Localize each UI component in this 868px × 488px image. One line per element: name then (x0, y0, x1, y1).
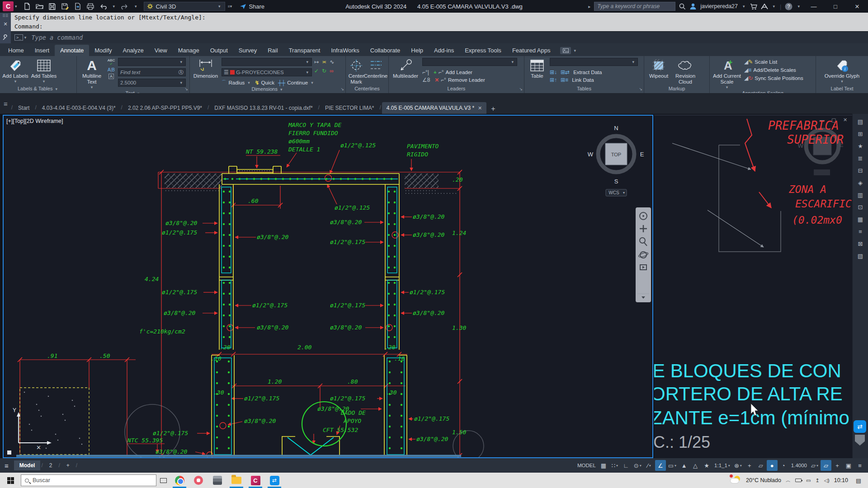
battery-icon[interactable] (795, 479, 802, 482)
palette-grip-icon[interactable]: ⠿⠿ (2, 14, 8, 18)
cart-icon[interactable] (750, 3, 757, 9)
dialog-launcher-icon[interactable]: ↘ (639, 86, 642, 93)
ribbon-tab-survey[interactable]: Survey (233, 45, 262, 56)
crosshair-toggle[interactable]: + (744, 460, 755, 471)
viewport-scale-caret-icon[interactable]: ▾ (728, 464, 730, 468)
snap-mode-caret-icon[interactable]: ▾ (616, 464, 618, 468)
file-tab[interactable]: 2.02 2.06 AP-SP-PP1 PP5.V9* (123, 102, 207, 114)
side-tool-favorites-icon[interactable]: ★ (855, 142, 865, 150)
grid-display[interactable]: ▦ (598, 460, 609, 471)
ribbon-tab-express-tools[interactable]: Express Tools (459, 45, 507, 56)
layers-app-taskbar-icon[interactable] (208, 473, 227, 488)
text-style-icon[interactable]: A (108, 74, 114, 79)
dynamic-ucs[interactable]: ▭▾ (666, 460, 678, 471)
username-label[interactable]: javierpereda27 (700, 3, 738, 9)
dialog-launcher-icon[interactable]: ↘ (340, 86, 344, 93)
autodesk-logo-icon[interactable] (761, 4, 768, 9)
side-tool-cell-icon[interactable]: ⊡ (855, 203, 865, 211)
extract-data-icon-1[interactable]: ⊞↓ (550, 69, 557, 75)
user-menu-caret-icon[interactable]: ▾ (743, 4, 745, 9)
main-viewport[interactable]: Y ✕ [+][Top][2D Wireframe] N S W E TOP W (3, 115, 653, 458)
scale-list-button[interactable]: ◢✎Scale List (744, 59, 812, 65)
annotation-visibility-caret-icon[interactable]: ▾ (816, 464, 818, 468)
dialog-launcher-icon[interactable]: ↘ (184, 86, 188, 93)
sync-scale-positions-button[interactable]: ◢↻Sync Scale Positions (744, 75, 812, 81)
maximize-button[interactable]: □ (826, 0, 844, 13)
viewcube[interactable]: N S W E TOP WCS ▾ (588, 125, 644, 196)
leader-align-icon[interactable]: ∠8 (422, 77, 430, 83)
panel-title[interactable]: Dimensions ▾↘ (190, 86, 345, 93)
side-tool-gem-icon[interactable]: ◈ (855, 178, 865, 187)
continue-dimension-button[interactable]: ┼┼Continue▾ (278, 80, 315, 85)
extract-data-button[interactable]: Extract Data (573, 70, 602, 75)
navigation-bar[interactable] (636, 207, 651, 302)
side-tool-menu-icon[interactable]: ≡ (855, 227, 865, 235)
workspace-switching[interactable]: ⊛▾ (732, 460, 744, 471)
file-tab[interactable]: 4.03-4.04 E-003-E-004.V4 (3)* (38, 102, 120, 114)
remove-leader-button[interactable]: ✕⌐°Remove Leader (434, 77, 485, 83)
quick-dimension-button[interactable]: ↯Quick (255, 80, 274, 86)
teamviewer-taskbar-icon[interactable]: ⇄ (265, 473, 284, 488)
text-height-dropdown[interactable]: 2.5000▾ (118, 79, 186, 87)
help-caret-icon[interactable]: ▾ (797, 4, 800, 9)
multileader-style-dropdown[interactable]: ▾ (422, 58, 517, 66)
annotation-monitor[interactable]: ▲ (679, 460, 689, 471)
new-drawing-tab-button[interactable]: + (486, 104, 500, 114)
ribbon-tab-add-ins[interactable]: Add-ins (429, 45, 459, 56)
ortho-mode[interactable]: ∟ (621, 460, 632, 471)
dim-infinite-icon[interactable]: ∞ (330, 68, 334, 74)
save-as-icon[interactable] (61, 2, 69, 10)
dim-jog-line-icon[interactable]: ∿ (330, 59, 334, 65)
dim-style-dropdown[interactable]: ▾ (222, 58, 312, 66)
panel-title[interactable]: Label Text (816, 85, 868, 93)
ribbon-tab-analyze[interactable]: Analyze (118, 45, 149, 56)
close-tab-icon[interactable]: ✕ (478, 105, 482, 111)
find-replace-icon[interactable]: A|B (108, 67, 115, 72)
display-tray-icon[interactable]: ▭ (806, 478, 811, 483)
ribbon-tab-infraworks[interactable]: InfraWorks (326, 45, 365, 56)
teamviewer-float-icon[interactable]: ⇄ (854, 420, 866, 433)
layout-tab-2[interactable]: 2 (44, 460, 58, 470)
user-avatar-icon[interactable] (689, 3, 697, 10)
isometric-drafting[interactable]: ∕▾ (644, 460, 655, 471)
viewcube-north[interactable]: N (614, 125, 618, 131)
panel-title[interactable]: Tables↘ (524, 85, 644, 93)
undo-icon[interactable] (99, 2, 107, 10)
add-current-scale-button[interactable]: A+ Add Current Scale▾ (712, 58, 742, 90)
ribbon-tab-annotate[interactable]: Annotate (55, 45, 89, 56)
ribbon-tab-collaborate[interactable]: Collaborate (365, 45, 406, 56)
ribbon-tab-transparent[interactable]: Transparent (283, 45, 326, 56)
leader-collect-icon[interactable]: ⌐°| (422, 69, 429, 75)
search-icon[interactable] (679, 3, 686, 10)
file-tab[interactable]: DXF MASISO 13.8.23 RV-01 - copia.dxf* (210, 102, 317, 114)
wipeout-button[interactable]: Wipeout (646, 58, 671, 85)
side-tool-table-icon[interactable]: ▦ (855, 215, 865, 223)
override-glyph-button[interactable]: i Override Glyph▾ (822, 58, 863, 85)
panel-title[interactable]: Centerlines (346, 85, 388, 93)
multileader-button[interactable]: Multileader (391, 58, 420, 85)
civil3d-taskbar-icon[interactable]: C (246, 473, 265, 488)
help-search-input[interactable]: Type a keyword or phrase (594, 2, 675, 11)
dimension-button[interactable]: Dimension (192, 58, 219, 86)
file-tabs-menu-icon[interactable]: ≡ (4, 100, 8, 108)
snap-mode[interactable]: ∷▾ (609, 460, 620, 471)
table-button[interactable]: Table (527, 58, 547, 85)
ribbon-display-toggle[interactable]: ▾ (560, 47, 577, 54)
workspace-selector[interactable]: Civil 3D ▾ (144, 2, 225, 11)
multiline-text-button[interactable]: A Multiline Text▾ (79, 58, 104, 90)
graphics-performance[interactable]: ◔ (778, 460, 789, 471)
ucs-icon[interactable]: Y ✕ (7, 407, 52, 455)
find-text-input[interactable]: Find textⒶ (118, 68, 186, 76)
clock[interactable]: 10:10 (834, 477, 848, 483)
revision-cloud-button[interactable]: Revision Cloud (673, 58, 698, 85)
palette-close-icon[interactable]: ✕ (3, 21, 7, 27)
add-leader-button[interactable]: +⌐°Add Leader (434, 69, 472, 75)
workspace-switching-caret-icon[interactable]: ▾ (740, 464, 742, 468)
ribbon-tab-featured-apps[interactable]: Featured Apps (507, 45, 556, 56)
file-tab-active[interactable]: 4.05 E-005 CAMARA VALVULA.V3 *✕ (382, 102, 487, 114)
search-expand-icon[interactable]: ▸ (588, 4, 590, 9)
share-button[interactable]: Share (240, 3, 264, 10)
annotation-scale-value[interactable]: 1.4000 (789, 460, 809, 471)
object-snap-tracking[interactable]: ∠ (655, 460, 666, 471)
add-tables-button[interactable]: Add Tables▾ (31, 58, 57, 85)
